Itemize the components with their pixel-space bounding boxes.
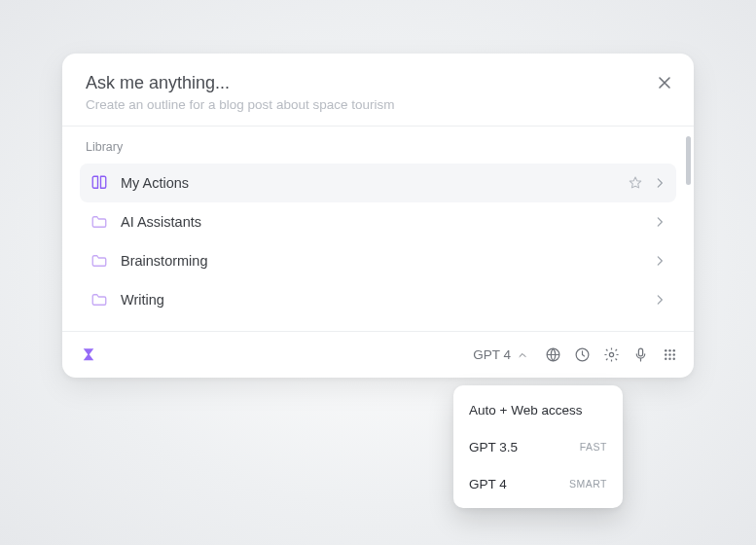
library-label: Library: [80, 140, 676, 164]
library-item-ai-assistants[interactable]: AI Assistants: [80, 202, 676, 241]
model-option-auto-web[interactable]: Auto + Web access: [459, 391, 617, 428]
prompt-subtitle: Create an outline for a blog post about …: [86, 97, 670, 112]
svg-point-12: [672, 358, 674, 360]
grid-icon[interactable]: [661, 346, 678, 364]
close-button[interactable]: [653, 71, 676, 94]
chevron-right-icon: [653, 176, 666, 190]
model-option-gpt35[interactable]: GPT 3.5 FAST: [459, 428, 617, 465]
svg-point-2: [609, 352, 613, 356]
svg-point-11: [668, 358, 670, 360]
prompt-title: Ask me anything...: [86, 73, 670, 93]
library-item-writing[interactable]: Writing: [80, 280, 676, 319]
svg-point-5: [668, 349, 670, 351]
chevron-right-icon: [653, 293, 666, 307]
microphone-icon[interactable]: [631, 346, 649, 364]
svg-point-7: [665, 353, 666, 355]
model-option-gpt4[interactable]: GPT 4 SMART: [459, 465, 617, 502]
model-option-tag: SMART: [569, 478, 607, 490]
star-icon[interactable]: [628, 175, 643, 191]
library-item-my-actions[interactable]: My Actions: [80, 164, 676, 202]
library-item-label: AI Assistants: [121, 214, 201, 230]
scrollbar-thumb[interactable]: [686, 136, 691, 185]
prompt-panel: Ask me anything... Create an outline for…: [62, 54, 694, 378]
svg-point-8: [668, 353, 670, 355]
model-option-label: GPT 4: [469, 477, 507, 491]
library-item-brainstorming[interactable]: Brainstorming: [80, 241, 676, 280]
close-icon: [658, 76, 671, 90]
hourglass-icon: [80, 346, 97, 364]
gear-icon[interactable]: [602, 346, 620, 364]
panel-footer: GPT 4: [62, 331, 694, 378]
svg-point-9: [672, 353, 674, 355]
model-selector-label: GPT 4: [473, 347, 511, 362]
library-item-label: My Actions: [121, 175, 189, 191]
chevron-up-icon: [517, 349, 528, 361]
model-option-tag: FAST: [580, 441, 607, 453]
svg-point-4: [665, 349, 666, 351]
model-selector[interactable]: GPT 4: [467, 344, 534, 366]
folder-icon: [90, 291, 109, 309]
library-item-label: Writing: [121, 292, 164, 308]
globe-icon[interactable]: [544, 346, 561, 364]
library-item-label: Brainstorming: [121, 253, 207, 269]
book-open-icon: [90, 174, 109, 192]
chevron-right-icon: [653, 254, 666, 268]
model-option-label: Auto + Web access: [469, 403, 582, 418]
library-section: Library My Actions AI Assistants: [62, 127, 694, 331]
clock-icon[interactable]: [573, 346, 591, 364]
svg-point-10: [665, 358, 666, 360]
model-dropdown: Auto + Web access GPT 3.5 FAST GPT 4 SMA…: [453, 385, 623, 508]
model-option-label: GPT 3.5: [469, 440, 518, 454]
svg-rect-3: [638, 348, 642, 356]
folder-icon: [90, 252, 109, 270]
chevron-right-icon: [653, 215, 666, 229]
panel-header: Ask me anything... Create an outline for…: [62, 54, 694, 126]
svg-point-6: [672, 349, 674, 351]
folder-icon: [90, 213, 109, 231]
